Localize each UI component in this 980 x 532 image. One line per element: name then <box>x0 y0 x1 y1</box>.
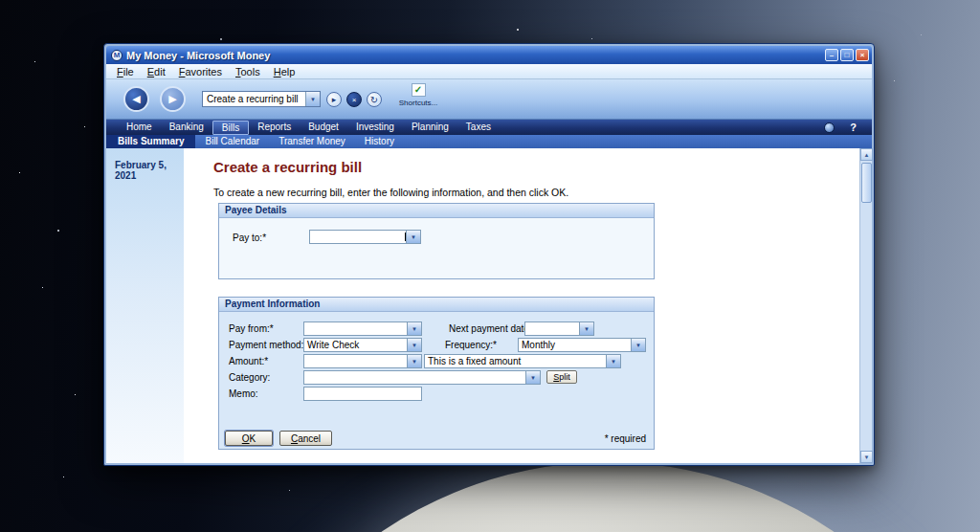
memo-label: Memo: <box>229 388 258 399</box>
payment-method-value: Write Check <box>304 339 407 351</box>
required-note: * required <box>605 433 646 444</box>
pay-from-label: Pay from:* <box>229 323 274 334</box>
category-label: Category: <box>229 372 270 383</box>
back-arrow-icon: ◀ <box>132 93 140 105</box>
chevron-down-icon[interactable]: ▼ <box>579 322 593 335</box>
vertical-scrollbar[interactable]: ▲ ▼ <box>859 148 872 463</box>
frequency-value: Monthly <box>519 339 631 351</box>
current-date: February 5, 2021 <box>106 148 184 181</box>
payment-information-section: Payment Information Pay from:* ▼ Next pa… <box>218 297 655 450</box>
chevron-down-icon[interactable]: ▼ <box>631 339 645 351</box>
chevron-down-icon[interactable]: ▼ <box>407 322 421 335</box>
subnav-transfer-money[interactable]: Transfer Money <box>269 135 355 148</box>
task-dropdown[interactable]: Create a recurring bill ▼ <box>202 91 321 107</box>
subnav-history[interactable]: History <box>355 135 404 148</box>
left-sidebar: February 5, 2021 <box>106 148 184 463</box>
amount-type-combobox[interactable]: This is a fixed amount ▼ <box>424 354 621 368</box>
app-icon: M <box>111 50 122 61</box>
menu-favorites[interactable]: Favorites <box>172 65 229 78</box>
tab-reports[interactable]: Reports <box>249 120 300 135</box>
chevron-down-icon[interactable]: ▼ <box>525 371 540 384</box>
frequency-label: Frequency:* <box>445 340 497 350</box>
menu-tools[interactable]: Tools <box>229 65 267 78</box>
payee-details-header: Payee Details <box>219 204 654 218</box>
moon-image <box>206 462 980 532</box>
navigation-toolbar: ◀ ▶ Create a recurring bill ▼ ▸ × ↻ ✓ Sh… <box>106 79 872 120</box>
pay-to-combobox[interactable]: ▼ <box>309 230 421 244</box>
maximize-button[interactable]: □ <box>840 49 854 61</box>
desktop-background: M My Money - Microsoft Money – □ × File … <box>0 0 980 532</box>
memo-input[interactable] <box>303 387 422 401</box>
split-button[interactable]: Split <box>546 370 577 384</box>
globe-icon[interactable] <box>824 122 835 133</box>
scroll-up-icon[interactable]: ▲ <box>860 148 873 161</box>
page-title: Create a recurring bill <box>213 159 362 175</box>
chevron-down-icon[interactable]: ▼ <box>406 231 420 243</box>
back-button[interactable]: ◀ <box>123 86 149 112</box>
menu-help[interactable]: Help <box>267 65 302 78</box>
tab-home[interactable]: Home <box>118 120 161 135</box>
next-payment-date-combobox[interactable]: ▼ <box>524 321 594 336</box>
subnav-bills-summary[interactable]: Bills Summary <box>106 135 195 148</box>
minimize-button[interactable]: – <box>825 49 838 61</box>
main-tab-bar: Home Banking Bills Reports Budget Invest… <box>106 120 872 135</box>
chevron-down-icon[interactable]: ▼ <box>407 339 421 351</box>
refresh-button[interactable]: ↻ <box>367 92 382 107</box>
frequency-combobox[interactable]: Monthly ▼ <box>518 338 646 352</box>
stop-button[interactable]: × <box>346 92 362 107</box>
shortcuts-button[interactable]: ✓ Shortcuts... <box>390 83 447 107</box>
tab-taxes[interactable]: Taxes <box>457 120 500 135</box>
help-icon[interactable]: ? <box>850 122 857 133</box>
shortcuts-check-icon: ✓ <box>412 83 426 97</box>
tab-investing[interactable]: Investing <box>347 120 403 135</box>
stop-icon: × <box>352 96 357 104</box>
window-title: My Money - Microsoft Money <box>126 50 823 61</box>
task-dropdown-value: Create a recurring bill <box>203 92 305 106</box>
amount-label: Amount:* <box>229 356 268 366</box>
window-titlebar[interactable]: M My Money - Microsoft Money – □ × <box>106 46 872 64</box>
cancel-button[interactable]: Cancel <box>279 431 332 446</box>
tab-planning[interactable]: Planning <box>403 120 457 135</box>
refresh-icon: ↻ <box>370 95 378 105</box>
scroll-down-icon[interactable]: ▼ <box>860 451 873 463</box>
bills-subnav: Bills Summary Bill Calendar Transfer Mon… <box>106 135 872 148</box>
pay-to-label: Pay to:* <box>233 233 266 243</box>
go-arrow-icon: ▸ <box>332 95 337 104</box>
tab-budget[interactable]: Budget <box>300 120 347 135</box>
scrollbar-thumb[interactable] <box>861 163 872 203</box>
category-combobox[interactable]: ▼ <box>303 370 541 385</box>
payee-details-section: Payee Details Pay to:* ▼ <box>218 203 655 279</box>
close-button[interactable]: × <box>856 49 869 61</box>
chevron-down-icon[interactable]: ▼ <box>407 355 421 367</box>
tab-banking[interactable]: Banking <box>161 120 212 135</box>
main-panel: Create a recurring bill To create a new … <box>184 148 859 463</box>
stars-bright <box>0 0 2 2</box>
next-payment-date-label: Next payment date:* <box>449 323 536 334</box>
payment-information-header: Payment Information <box>219 298 654 312</box>
amount-combobox[interactable]: ▼ <box>303 354 422 368</box>
ok-button[interactable]: OK <box>225 431 273 446</box>
cancel-button-label: Cancel <box>291 433 321 444</box>
subnav-bill-calendar[interactable]: Bill Calendar <box>195 135 269 148</box>
menu-file[interactable]: File <box>110 65 141 78</box>
ok-button-label: OK <box>242 433 256 444</box>
go-button[interactable]: ▸ <box>326 92 342 107</box>
payment-method-label: Payment method:* <box>229 340 307 350</box>
next-payment-date-value <box>525 322 579 335</box>
forward-button[interactable]: ▶ <box>160 86 186 112</box>
shortcuts-label: Shortcuts... <box>390 99 447 107</box>
pay-to-value <box>310 231 402 243</box>
chevron-down-icon[interactable]: ▼ <box>305 92 320 106</box>
amount-value <box>304 355 407 367</box>
category-value <box>304 371 525 384</box>
payment-method-combobox[interactable]: Write Check ▼ <box>303 338 422 352</box>
chevron-down-icon[interactable]: ▼ <box>606 355 620 367</box>
content-area: February 5, 2021 Create a recurring bill… <box>106 148 872 463</box>
split-button-label: Split <box>553 371 570 383</box>
forward-arrow-icon: ▶ <box>168 93 176 105</box>
menu-bar: File Edit Favorites Tools Help <box>106 64 872 79</box>
pay-from-combobox[interactable]: ▼ <box>303 321 422 336</box>
tab-bills[interactable]: Bills <box>212 121 249 135</box>
pay-from-value <box>304 322 407 335</box>
menu-edit[interactable]: Edit <box>141 65 172 78</box>
